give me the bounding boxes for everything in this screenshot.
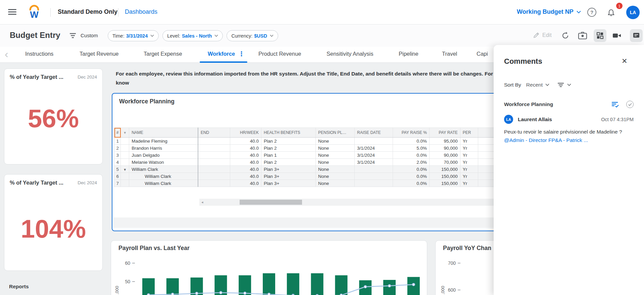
cell-raise-date[interactable]: 3/1/2024: [355, 152, 393, 159]
cell-health[interactable]: Plan 2: [261, 145, 316, 152]
tab-product-revenue[interactable]: Product Revenue: [258, 51, 301, 57]
tab-instructions[interactable]: Instructions: [25, 51, 53, 57]
filter-check-icon[interactable]: [611, 102, 619, 107]
user-avatar[interactable]: LA: [626, 6, 640, 19]
cell-per[interactable]: Yr: [460, 173, 478, 180]
tab-target-expense[interactable]: Target Expense: [144, 51, 182, 57]
tab-menu-kebab-icon[interactable]: ⋮: [238, 50, 245, 58]
perspectives-grid-icon[interactable]: [594, 29, 606, 42]
time-filter[interactable]: Time: 3/31/2024: [108, 30, 159, 41]
cell-health[interactable]: Plan 2: [261, 159, 316, 166]
cell-health[interactable]: Plan 2: [261, 138, 316, 145]
cell-raise-date[interactable]: [355, 166, 393, 173]
cell-pay-rate[interactable]: 70,000: [430, 159, 460, 166]
comments-toggle-icon[interactable]: [630, 29, 643, 42]
tab-workforce[interactable]: Workforce: [208, 51, 235, 57]
cell-pension[interactable]: None: [315, 159, 354, 166]
scroll-left-arrow-icon[interactable]: ◂: [201, 200, 203, 204]
cell-pay-raise[interactable]: 5.0%: [393, 145, 430, 152]
cell-raise-date[interactable]: 3/1/2024: [355, 145, 393, 152]
tab-pipeline[interactable]: Pipeline: [399, 51, 418, 57]
layout-filter-icon[interactable]: [69, 33, 77, 38]
header-cell-name[interactable]: NAME: [129, 128, 198, 138]
cell-end[interactable]: [198, 138, 230, 145]
header-cell-pay-raise[interactable]: PAY RAISE %: [393, 128, 430, 138]
refresh-icon[interactable]: [561, 31, 570, 40]
cell-pay-rate[interactable]: 150,000: [430, 166, 460, 173]
cell-per[interactable]: Yr: [460, 138, 478, 145]
header-cell-pay-rate[interactable]: PAY RATE: [430, 128, 460, 138]
cell-hr-week[interactable]: 40.0: [230, 180, 261, 187]
cell-pension[interactable]: None: [315, 173, 354, 180]
cell-pay-raise[interactable]: 0.0%: [393, 180, 430, 187]
resolve-check-icon[interactable]: [626, 101, 634, 108]
cell-raise-date[interactable]: [355, 180, 393, 187]
cell-pay-rate[interactable]: 150,000: [430, 180, 460, 187]
cell-pay-rate[interactable]: 90,000: [430, 152, 460, 159]
cell-pay-rate[interactable]: 150,000: [430, 173, 460, 180]
tab-sensitivity-analysis[interactable]: Sensitivity Analysis: [327, 51, 373, 57]
tabs-scroll-left-icon[interactable]: ‹: [5, 48, 8, 60]
cell-per[interactable]: Yr: [460, 145, 478, 152]
cell-hr-week[interactable]: 40.0: [230, 173, 261, 180]
tab-travel[interactable]: Travel: [442, 51, 457, 57]
cell-pay-raise[interactable]: 0.0%: [393, 166, 430, 173]
cell-name[interactable]: William Clark: [129, 180, 198, 187]
cell-health[interactable]: Plan 1: [261, 152, 316, 159]
cell-per[interactable]: Yr: [460, 159, 478, 166]
cell-pay-raise[interactable]: 0.0%: [393, 138, 430, 145]
expand-all-icon[interactable]: ▼: [123, 131, 127, 135]
header-cell-per[interactable]: PER: [460, 128, 478, 138]
cell-pension[interactable]: None: [315, 152, 354, 159]
cell-pay-raise[interactable]: 2.0%: [393, 159, 430, 166]
cell-end[interactable]: [198, 159, 230, 166]
video-camera-icon[interactable]: [612, 31, 622, 40]
header-cell-end[interactable]: END: [198, 128, 230, 138]
notifications-bell-icon[interactable]: [607, 8, 615, 16]
tab-capital[interactable]: Capi: [477, 51, 488, 57]
header-cell-hr-week[interactable]: HR/WEEK: [230, 128, 261, 138]
cell-hr-week[interactable]: 40.0: [230, 159, 261, 166]
cell-pension[interactable]: None: [315, 166, 354, 173]
level-filter[interactable]: Level: Sales - North: [162, 30, 223, 41]
cell-name[interactable]: William Clark: [129, 166, 198, 173]
collapse-row-icon[interactable]: ▼: [123, 168, 127, 171]
cell-health[interactable]: Plan 3+: [261, 173, 316, 180]
cell-hr-week[interactable]: 40.0: [230, 138, 261, 145]
comments-filter-dropdown[interactable]: [557, 83, 571, 88]
cell-pension[interactable]: None: [315, 145, 354, 152]
tab-target-revenue[interactable]: Target Revenue: [80, 51, 119, 57]
header-cell-row-number[interactable]: #: [114, 128, 121, 138]
cell-end[interactable]: [198, 152, 230, 159]
hamburger-menu-icon[interactable]: [8, 9, 16, 16]
cell-name[interactable]: Juan Delgado: [129, 152, 198, 159]
horizontal-scrollbar[interactable]: ◂: [199, 199, 498, 206]
cell-pay-rate[interactable]: 90,000: [430, 145, 460, 152]
cell-name[interactable]: Melanie Watson: [129, 159, 198, 166]
cell-raise-date[interactable]: [355, 138, 393, 145]
cell-raise-date[interactable]: 3/1/2024: [355, 159, 393, 166]
cell-pay-rate[interactable]: 95,000: [430, 138, 460, 145]
cell-hr-week[interactable]: 40.0: [230, 145, 261, 152]
cell-name[interactable]: Madeline Fleming: [129, 138, 198, 145]
cell-name[interactable]: William Clark: [129, 173, 198, 180]
cell-hr-week[interactable]: 40.0: [230, 152, 261, 159]
close-icon[interactable]: ✕: [622, 57, 628, 65]
cell-per[interactable]: Yr: [460, 166, 478, 173]
cell-pension[interactable]: None: [315, 180, 354, 187]
cell-name[interactable]: Brandon Harris: [129, 145, 198, 152]
help-icon[interactable]: ?: [587, 8, 596, 17]
cell-pay-raise[interactable]: 0.0%: [393, 152, 430, 159]
header-cell-pension-plan[interactable]: PENSION PL…: [315, 128, 354, 138]
version-selector[interactable]: Working Budget NP: [517, 8, 581, 15]
header-cell-expander[interactable]: ▼: [121, 128, 129, 138]
cell-per[interactable]: Yr: [460, 180, 478, 187]
cell-hr-week[interactable]: 40.0: [230, 166, 261, 173]
cell-end[interactable]: [198, 145, 230, 152]
currency-filter[interactable]: Currency: $USD: [227, 30, 278, 41]
comment-mention-link[interactable]: @Admin - Director FP&A - Patrick ...: [504, 137, 588, 143]
edit-button[interactable]: Edit: [533, 32, 552, 39]
cell-per[interactable]: Yr: [460, 152, 478, 159]
cell-health[interactable]: Plan 3+: [261, 166, 316, 173]
cell-end[interactable]: [198, 166, 230, 173]
